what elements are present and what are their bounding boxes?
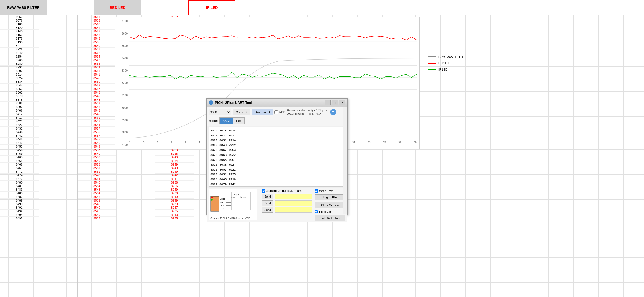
disconnect-button[interactable]: Disconnect xyxy=(252,109,273,115)
table-row: 8463 xyxy=(0,156,39,159)
raw-filter-header: RAW PASS FILTER xyxy=(0,0,47,15)
macro-row-3: Send xyxy=(262,207,312,213)
table-row: 8525 xyxy=(78,210,116,213)
y-axis-label: 8300 xyxy=(117,69,128,72)
send-button-3[interactable]: Send xyxy=(262,207,273,213)
table-row: 8547 xyxy=(78,174,116,177)
table-row: 8378 xyxy=(0,98,39,102)
table-row: 8489 xyxy=(0,199,39,202)
macro-input-2[interactable] xyxy=(275,200,312,206)
table-row: 8353 xyxy=(0,87,39,91)
table-row: 8265 xyxy=(155,217,194,220)
bottom-panel: Target UART Circuit VDD GND TX RX xyxy=(207,188,347,222)
table-row: 8534 xyxy=(78,66,116,69)
uart-scrollbar[interactable] xyxy=(343,107,347,214)
append-cr-lf-checkbox[interactable] xyxy=(262,189,265,193)
table-row: 8256 xyxy=(155,184,194,188)
table-row: 8491 xyxy=(0,206,39,210)
table-row: 8362 xyxy=(0,91,39,94)
macro-row-2: Send xyxy=(262,200,312,206)
table-row: 8549 xyxy=(78,213,116,217)
table-row: 8545 xyxy=(78,138,116,141)
table-row: 8302 xyxy=(0,69,39,73)
x-axis-label: 7 xyxy=(171,141,172,144)
clear-screen-button[interactable]: Clear Screen xyxy=(315,202,345,208)
svg-text:Target: Target xyxy=(232,193,239,196)
list-item: 8022 8079 7942 xyxy=(210,182,344,187)
table-row: 8140 xyxy=(0,30,39,33)
table-row: 8159 xyxy=(0,33,39,37)
x-axis-label: 31 xyxy=(352,141,355,144)
table-row: 8541 xyxy=(78,73,116,76)
dialog-window-controls[interactable]: – □ ✕ xyxy=(325,100,345,105)
table-row: 8100 xyxy=(0,22,39,26)
list-item: 8020 8038 7927 xyxy=(210,162,344,167)
macro-input-3[interactable] xyxy=(275,207,312,213)
y-axis: 8700860085008400830082008100800079007800… xyxy=(115,17,129,149)
table-row: 8556 xyxy=(78,62,116,66)
send-button-2[interactable]: Send xyxy=(262,200,273,206)
table-row: 8487 xyxy=(0,195,39,199)
table-row: 8551 xyxy=(78,170,116,174)
mode-label: Mode: xyxy=(209,119,218,122)
hex-mode-button[interactable]: Hex xyxy=(233,118,244,124)
table-row: 8483 xyxy=(0,188,39,192)
table-row: 8550 xyxy=(78,80,116,84)
table-row: 8548 xyxy=(78,33,116,37)
uart-data-display[interactable]: 8021 8078 79188020 8034 79128020 8051 79… xyxy=(209,127,345,187)
table-row: 8469 xyxy=(0,166,39,170)
table-row: 8553 xyxy=(78,30,116,33)
uart-dialog: PICkit 2Plus UART Tool – □ ✕ 12002400480… xyxy=(206,98,348,215)
list-item: 8020 8051 7925 xyxy=(210,172,344,177)
table-row: 8526 xyxy=(78,217,116,220)
baud-rate-select[interactable]: 1200240048009600192003840057600115200 xyxy=(209,109,231,115)
macro-input-1[interactable] xyxy=(275,194,312,199)
table-row: 8412 xyxy=(0,112,39,116)
raw-data-column: 8053807681008120814081598178819582118226… xyxy=(0,15,39,297)
svg-point-23 xyxy=(211,199,213,201)
table-row: 8265 xyxy=(155,210,194,213)
legend-ir: IR LED xyxy=(428,68,463,71)
uart-icon xyxy=(209,100,213,105)
table-row: 8472 xyxy=(0,170,39,174)
table-row: 8480 xyxy=(0,181,39,184)
vdd-checkbox[interactable] xyxy=(274,110,278,114)
svg-text:UART Circuit: UART Circuit xyxy=(231,196,246,199)
y-axis-label: 7800 xyxy=(117,131,128,134)
close-button[interactable]: ✕ xyxy=(339,100,345,105)
uart-toolbar: 1200240048009600192003840057600115200 Co… xyxy=(207,107,347,126)
table-row: 8481 xyxy=(0,184,39,188)
table-row: 8540 xyxy=(78,181,116,184)
table-row: 8240 xyxy=(0,51,39,55)
table-row: 8243 xyxy=(155,213,194,217)
table-row: 8392 xyxy=(0,105,39,109)
table-row: 8557 xyxy=(78,127,116,130)
legend-ir-line xyxy=(428,69,436,70)
macros-header: Append CR+LF (x0D + x0A) xyxy=(262,189,312,193)
table-row: 8536 xyxy=(78,48,116,51)
exit-uart-button[interactable]: Exit UART Tool xyxy=(315,215,345,221)
x-axis-label: 33 xyxy=(368,141,371,144)
table-row: 8543 xyxy=(78,109,116,112)
table-row: 8053 xyxy=(0,15,39,19)
echo-on-checkbox[interactable] xyxy=(315,210,318,213)
maximize-button[interactable]: □ xyxy=(332,100,338,105)
table-row: 8436 xyxy=(0,130,39,134)
y-axis-label: 8200 xyxy=(117,81,128,84)
minimize-button[interactable]: – xyxy=(325,100,331,105)
help-button[interactable]: ? xyxy=(330,109,336,115)
vdd-checkbox-label[interactable]: VDD xyxy=(274,110,285,114)
macro-row-1: Send xyxy=(262,194,312,199)
list-item: 8021 8065 7918 xyxy=(210,177,344,182)
log-to-file-button[interactable]: Log to File xyxy=(315,194,345,200)
table-row: 8554 xyxy=(78,184,116,188)
connect-button[interactable]: Connect xyxy=(233,109,250,115)
send-button-1[interactable]: Send xyxy=(262,194,273,199)
table-row: 8280 xyxy=(0,62,39,66)
table-row: 8540 xyxy=(78,159,116,163)
list-item: 8020 8043 7922 xyxy=(210,143,344,148)
ascii-mode-button[interactable]: ASCII xyxy=(220,118,233,124)
table-row: 8427 xyxy=(0,123,39,127)
wrap-text-checkbox[interactable] xyxy=(315,189,318,193)
table-row: 8543 xyxy=(78,37,116,40)
